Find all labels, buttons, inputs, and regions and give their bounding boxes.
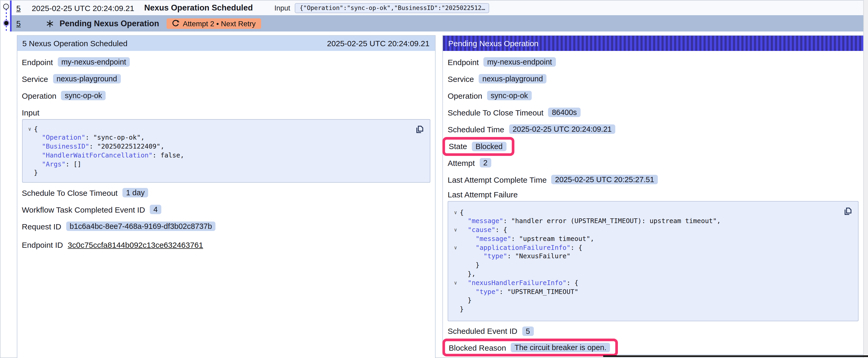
field-value-chip: 4 bbox=[150, 205, 161, 214]
scheduled-panel-timestamp: 2025-02-25 UTC 20:24:09.21 bbox=[327, 39, 430, 47]
caret-gutter bbox=[451, 235, 460, 243]
input-json-viewer: ∨{ "Operation": "sync-op-ok", "BusinessI… bbox=[22, 119, 430, 183]
event-timestamp: 2025-02-25 UTC 20:24:09.21 bbox=[32, 3, 134, 12]
field-label: Scheduled Time bbox=[448, 125, 504, 134]
field-row-service: Service nexus-playground bbox=[448, 73, 859, 84]
field-value-chip: my-nexus-endpoint bbox=[58, 57, 130, 67]
field-row-scheduled-event-id: Scheduled Event ID 5 bbox=[448, 325, 859, 336]
endpoint-id-link[interactable]: 3c0c75ccfa8144b092c13ce632463761 bbox=[68, 240, 203, 249]
caret-gutter bbox=[26, 169, 34, 178]
field-label: Service bbox=[22, 74, 48, 83]
field-row-endpoint: Endpoint my-nexus-endpoint bbox=[22, 57, 430, 67]
caret-gutter bbox=[26, 151, 34, 160]
code-line: }, bbox=[451, 270, 854, 279]
scheduled-panel-title: 5 Nexus Operation Scheduled bbox=[22, 39, 127, 47]
field-value-chip: 5 bbox=[522, 326, 533, 336]
field-value-chip: sync-op-ok bbox=[61, 91, 106, 100]
vertical-scrollbar[interactable] bbox=[863, 0, 868, 358]
pending-spark-icon bbox=[46, 20, 54, 27]
code-line: } bbox=[451, 305, 854, 314]
event-row-scheduled[interactable]: 5 2025-02-25 UTC 20:24:09.21 Nexus Opera… bbox=[11, 1, 864, 15]
state-highlight-box: State Blocked bbox=[442, 137, 514, 156]
code-line: "type": "UPSTREAM_TIMEOUT" bbox=[451, 287, 854, 296]
field-row-schedule-to-close: Schedule To Close Timeout 1 day bbox=[22, 187, 430, 198]
code-line: "type": "NexusFailure" bbox=[451, 252, 854, 261]
code-line: "Args": [] bbox=[26, 160, 425, 169]
blocked-reason-highlight-box: Blocked Reason The circuit breaker is op… bbox=[442, 338, 618, 356]
caret-gutter bbox=[451, 252, 460, 261]
field-value-chip: 2025-02-25 UTC 20:25:27.51 bbox=[552, 175, 658, 184]
caret-gutter bbox=[451, 217, 460, 226]
field-value-chip: sync-op-ok bbox=[487, 91, 532, 100]
code-line: ∨{ bbox=[26, 125, 425, 134]
code-line: ∨ "cause": { bbox=[451, 226, 854, 235]
caret-gutter bbox=[451, 287, 460, 296]
field-row-service: Service nexus-playground bbox=[22, 73, 430, 84]
collapse-caret-icon[interactable]: ∨ bbox=[451, 279, 460, 288]
field-label: Last Attempt Complete Time bbox=[448, 175, 547, 184]
field-label: Operation bbox=[448, 91, 482, 100]
pending-panel-title: Pending Nexus Operation bbox=[448, 39, 538, 47]
code-line: } bbox=[451, 261, 854, 270]
window-bottom-edge bbox=[603, 355, 868, 357]
collapse-caret-icon[interactable]: ∨ bbox=[26, 125, 34, 134]
retry-icon bbox=[172, 20, 179, 27]
caret-gutter bbox=[451, 261, 460, 270]
field-value-chip: b1c6a4bc-8ee7-468a-9169-df3b02c8737b bbox=[66, 222, 216, 231]
field-row-endpoint-id: Endpoint ID 3c0c75ccfa8144b092c13ce63246… bbox=[22, 239, 430, 250]
field-row-operation: Operation sync-op-ok bbox=[448, 90, 859, 101]
timeline-current-dot-icon bbox=[3, 20, 9, 26]
caret-gutter bbox=[451, 270, 460, 279]
field-label: Endpoint bbox=[22, 58, 53, 66]
event-id-link[interactable]: 5 bbox=[16, 3, 21, 12]
field-label: Operation bbox=[22, 91, 57, 100]
blocked-reason-value-chip: The circuit breaker is open. bbox=[511, 343, 610, 352]
field-value-chip: nexus-playground bbox=[479, 74, 547, 84]
field-label: State bbox=[449, 142, 467, 151]
collapse-caret-icon[interactable]: ∨ bbox=[451, 243, 460, 252]
field-row-last-attempt-failure: Last Attempt Failure bbox=[448, 189, 859, 200]
copy-icon[interactable] bbox=[415, 124, 424, 134]
field-label: Workflow Task Completed Event ID bbox=[22, 205, 145, 214]
collapse-caret-icon[interactable]: ∨ bbox=[451, 208, 460, 217]
field-label: Endpoint ID bbox=[22, 240, 63, 249]
code-line: } bbox=[26, 169, 425, 178]
pending-id-link[interactable]: 5 bbox=[16, 19, 21, 28]
field-value-chip: nexus-playground bbox=[53, 74, 121, 84]
code-line: "message": "handler error (UPSTREAM_TIME… bbox=[451, 217, 854, 226]
field-label: Endpoint bbox=[448, 58, 479, 66]
pending-panel-header: Pending Nexus Operation bbox=[443, 35, 863, 51]
pending-operation-row[interactable]: 5 Pending Nexus Operation Attempt 2 • Ne… bbox=[11, 15, 864, 32]
field-row-wft-completed-id: Workflow Task Completed Event ID 4 bbox=[22, 204, 430, 215]
event-history-view: 5 2025-02-25 UTC 20:24:09.21 Nexus Opera… bbox=[0, 0, 868, 358]
field-value-chip: 2025-02-25 UTC 20:24:09.21 bbox=[509, 124, 615, 134]
field-row-schedule-to-close: Schedule To Close Timeout 86400s bbox=[448, 107, 859, 118]
field-row-request-id: Request ID b1c6a4bc-8ee7-468a-9169-df3b0… bbox=[22, 221, 430, 232]
field-row-last-attempt-complete: Last Attempt Complete Time 2025-02-25 UT… bbox=[448, 174, 859, 185]
field-label: Service bbox=[448, 74, 474, 83]
field-value-chip: 86400s bbox=[548, 108, 581, 117]
field-label: Schedule To Close Timeout bbox=[22, 188, 118, 197]
code-line: } bbox=[451, 296, 854, 305]
code-line: ∨{ bbox=[451, 208, 854, 217]
input-preview-chip[interactable]: {"Operation":"sync-op-ok","BusinessID":"… bbox=[295, 3, 489, 13]
field-value-chip: 2 bbox=[479, 158, 491, 167]
field-row-scheduled-time: Scheduled Time 2025-02-25 UTC 20:24:09.2… bbox=[448, 124, 859, 135]
caret-gutter bbox=[26, 134, 34, 142]
caret-gutter bbox=[26, 142, 34, 151]
caret-gutter bbox=[26, 160, 34, 169]
code-line: "message": "upstream timeout", bbox=[451, 235, 854, 243]
failure-json-viewer: ∨{ "message": "handler error (UPSTREAM_T… bbox=[448, 201, 859, 321]
field-label: Request ID bbox=[22, 222, 61, 231]
field-label: Last Attempt Failure bbox=[448, 190, 518, 199]
field-label: Schedule To Close Timeout bbox=[448, 108, 544, 117]
state-value-chip: Blocked bbox=[472, 141, 506, 151]
copy-icon[interactable] bbox=[843, 206, 852, 216]
field-value-chip: my-nexus-endpoint bbox=[484, 57, 556, 67]
field-row-operation: Operation sync-op-ok bbox=[22, 90, 430, 101]
scheduled-event-detail-panel: 5 Nexus Operation Scheduled 2025-02-25 U… bbox=[17, 35, 435, 358]
field-label: Attempt bbox=[448, 158, 475, 167]
retry-status-badge: Attempt 2 • Next Retry bbox=[166, 18, 261, 29]
collapse-caret-icon[interactable]: ∨ bbox=[451, 226, 460, 235]
field-label: Blocked Reason bbox=[449, 343, 506, 352]
